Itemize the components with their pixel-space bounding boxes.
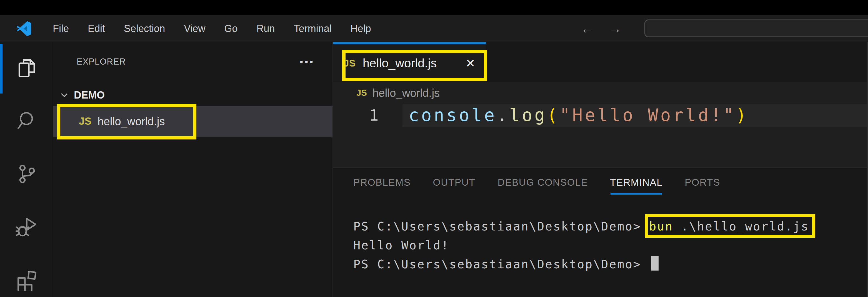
folder-row-demo[interactable]: DEMO	[53, 86, 333, 104]
bottom-panel: PROBLEMS OUTPUT DEBUG CONSOLE TERMINAL P…	[333, 167, 868, 297]
code-token: "Hello World!"	[560, 105, 736, 125]
terminal-line: Hello World!	[353, 236, 857, 255]
history-navigation: ← →	[581, 15, 622, 42]
vscode-logo-icon	[16, 21, 32, 36]
search-icon	[15, 110, 38, 134]
menu-help[interactable]: Help	[341, 23, 380, 34]
menubar: File Edit Selection View Go Run Terminal…	[43, 23, 380, 34]
menu-selection[interactable]: Selection	[115, 23, 175, 34]
folder-name: DEMO	[74, 89, 105, 101]
terminal-output-text: Hello World!	[353, 239, 449, 252]
chevron-down-icon	[59, 90, 69, 101]
terminal-command-args: .\hello_world.js	[673, 220, 809, 233]
forward-arrow-icon[interactable]: →	[608, 15, 622, 42]
editor-tab-bar: JS hello_world.js ✕	[333, 42, 868, 82]
back-arrow-icon[interactable]: ←	[581, 15, 594, 42]
menu-view[interactable]: View	[175, 23, 215, 34]
menu-edit[interactable]: Edit	[78, 23, 115, 34]
files-icon	[15, 57, 38, 81]
activitybar-item-run-debug[interactable]	[0, 201, 53, 254]
menu-go[interactable]: Go	[215, 23, 247, 34]
panel-tab-bar: PROBLEMS OUTPUT DEBUG CONSOLE TERMINAL P…	[333, 167, 868, 197]
menu-file[interactable]: File	[43, 23, 78, 34]
close-tab-icon[interactable]: ✕	[457, 56, 475, 70]
terminal-command: bun	[649, 220, 673, 233]
js-file-icon: JS	[344, 58, 355, 69]
more-actions-icon[interactable]: •••	[300, 59, 315, 64]
activitybar-item-source-control[interactable]	[0, 148, 53, 201]
breadcrumb-file-name: hello_world.js	[372, 87, 440, 99]
vscode-window: File Edit Selection View Go Run Terminal…	[0, 0, 868, 297]
terminal-line: PS C:\Users\sebastiaan\Desktop\Demo> bun…	[353, 217, 857, 236]
activitybar-item-search[interactable]	[0, 95, 53, 148]
js-file-icon: JS	[79, 115, 91, 127]
terminal-cursor	[651, 256, 658, 271]
terminal-output[interactable]: PS C:\Users\sebastiaan\Desktop\Demo> bun…	[353, 217, 857, 274]
screen-top-strip	[0, 0, 868, 15]
search-box[interactable]	[644, 20, 868, 37]
explorer-header: EXPLORER •••	[77, 53, 315, 70]
extensions-icon	[15, 268, 38, 292]
tab-title: hello_world.js	[363, 56, 437, 70]
editor-right-edge	[867, 42, 868, 297]
code-token: )	[736, 105, 749, 125]
run-debug-icon	[15, 215, 38, 239]
code-line-1: console.log("Hello World!")	[402, 104, 868, 127]
menu-run[interactable]: Run	[247, 23, 284, 34]
explorer-title: EXPLORER	[77, 57, 126, 67]
menu-terminal[interactable]: Terminal	[284, 23, 341, 34]
terminal-prompt: PS C:\Users\sebastiaan\Desktop\Demo>	[353, 220, 649, 233]
panel-tab-problems[interactable]: PROBLEMS	[353, 177, 411, 188]
panel-tab-terminal[interactable]: TERMINAL	[610, 177, 662, 188]
active-view-indicator	[0, 44, 2, 93]
breadcrumb[interactable]: JS hello_world.js	[333, 82, 868, 104]
terminal-command-wrap: bun .\hello_world.js	[649, 220, 809, 233]
panel-tab-output[interactable]: OUTPUT	[433, 177, 475, 188]
activitybar-item-explorer[interactable]	[0, 42, 53, 95]
terminal-line: PS C:\Users\sebastiaan\Desktop\Demo>	[353, 255, 857, 274]
search-input[interactable]	[645, 20, 868, 36]
code-token: .	[497, 105, 509, 125]
explorer-sidebar: EXPLORER ••• DEMO JS hello_world.js	[53, 42, 333, 297]
titlebar: File Edit Selection View Go Run Terminal…	[0, 15, 868, 42]
terminal-prompt: PS C:\Users\sebastiaan\Desktop\Demo>	[353, 258, 649, 271]
source-control-icon	[15, 163, 38, 187]
tab-hello-world-js[interactable]: JS hello_world.js ✕	[333, 42, 486, 82]
panel-tab-debug-console[interactable]: DEBUG CONSOLE	[497, 177, 588, 188]
editor-code-area[interactable]: 1 console.log("Hello World!")	[333, 104, 868, 127]
file-name: hello_world.js	[97, 115, 165, 128]
js-file-icon: JS	[356, 88, 367, 98]
code-token: (	[547, 105, 560, 125]
workbench: EXPLORER ••• DEMO JS hello_world.js JS h…	[0, 42, 868, 297]
panel-tab-ports[interactable]: PORTS	[685, 177, 720, 188]
file-row-hello-world[interactable]: JS hello_world.js	[53, 106, 333, 137]
activitybar-item-extensions[interactable]	[0, 254, 53, 297]
editor-area: JS hello_world.js ✕ JS hello_world.js 1 …	[333, 42, 868, 297]
code-token: log	[509, 105, 547, 125]
code-token: console	[409, 105, 497, 125]
activity-bar	[0, 42, 53, 297]
line-number: 1	[333, 104, 402, 127]
